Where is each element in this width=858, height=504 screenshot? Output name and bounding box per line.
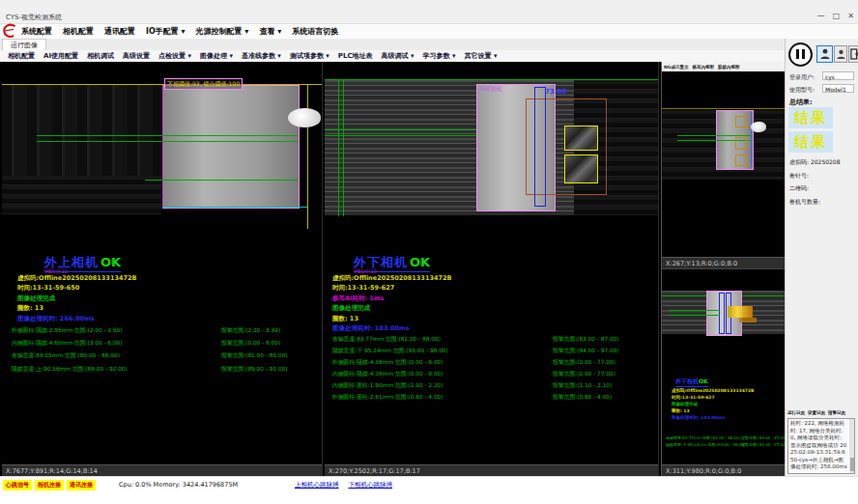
model-label: 使用型号: <box>789 86 815 95</box>
status-badge: 通讯连接 <box>67 480 96 490</box>
log-tab[interactable]: 设置日志 <box>808 410 825 415</box>
ng-view-panel: NG成因显示极耳内视图胶标内视图 X:267;Y:13;R:0;G:0;B:0 <box>662 62 786 269</box>
width-measure-box <box>534 87 546 207</box>
login-user-label: 登录用户: <box>789 73 815 82</box>
total-result-label: 总结果: <box>789 98 813 107</box>
menu: 系统配置相机配置通讯配置IO手配置 ▾光源控制配置 ▾查看 ▾系统语言切换 <box>21 26 338 37</box>
measurement-row: 卷轴宽度:83.05mm 范围:(80.00 - 86.00) 报警范围:(81… <box>12 351 330 364</box>
left-result-ok: OK <box>100 255 121 269</box>
qr-label: 二维码: <box>789 184 809 193</box>
left-camera-image[interactable]: 下相阈值:93, 锁合阈值:100 <box>2 62 322 245</box>
operator-button[interactable] <box>834 45 847 63</box>
heartbeat-link[interactable]: 下相机心跳脉搏 <box>349 481 393 490</box>
window-title: CYS-视觉检测系统 <box>6 13 62 22</box>
pause-button[interactable] <box>788 42 813 67</box>
minimize-icon[interactable]: — <box>817 12 825 21</box>
tab-detect-box <box>564 154 598 183</box>
toolbar-item[interactable]: PLC地址表 <box>338 51 373 61</box>
cpu-memory-text: Cpu: 0.0% Memory: 3424.41796875M <box>119 481 238 489</box>
toolbar-item[interactable]: 高级调试 ▾ <box>382 51 415 61</box>
status-badge: 相机连接 <box>35 480 64 490</box>
result-line: 图像处理完成 <box>332 303 451 313</box>
toolbar-item[interactable]: 相机配置 <box>8 51 35 61</box>
toolbar-item[interactable]: AI使用配置 <box>43 51 78 61</box>
menu-item[interactable]: 系统配置 <box>21 26 52 37</box>
menu-item[interactable]: 通讯配置 <box>104 26 135 37</box>
vcode-value: 20250208 <box>811 158 841 165</box>
log-tab[interactable]: 报警日志 <box>828 410 845 415</box>
exit-icon <box>850 48 858 60</box>
middle-measurements: 卷轴宽度:83.77mm 范围:(82.00 - 88.00) 报警范围:(83… <box>332 335 651 405</box>
ng-view-tab[interactable]: 胶标内视图 <box>718 65 740 70</box>
log-tabs: 运行日志设置日志报警日志 <box>787 410 845 415</box>
exit-button[interactable] <box>848 45 858 63</box>
result-line: 图像处理耗时: 266.00ms <box>17 314 136 323</box>
mini-result-line: 图像处理完成 <box>672 401 754 407</box>
width-value-label: 73.80 <box>545 88 566 96</box>
login-user-button[interactable] <box>816 45 833 63</box>
result-line: 虚拟码:Offline2025020813313472B <box>17 273 136 283</box>
result-line: 时间:13-31-59-627 <box>332 283 451 293</box>
mini-result-line: 时间:13-31-59-627 <box>672 394 754 401</box>
model-field[interactable]: Model1 <box>822 84 854 93</box>
ng-cursor-status: X:267;Y:13;R:0;G:0;B:0 <box>662 257 786 268</box>
toolbar-item[interactable]: 点检设置 ▾ <box>158 51 191 61</box>
toolbar-item[interactable]: 学习参数 ▾ <box>423 51 456 61</box>
measurement-row: 内侧圆柱-圆柱:1.90mm 范围:(1.00 - 2.20) 报警范围:(1.… <box>332 381 651 393</box>
tab-detect-box <box>564 126 598 151</box>
pause-icon <box>796 49 805 59</box>
toolbar-item[interactable]: 高级设置 <box>123 51 150 61</box>
user-icon <box>837 49 845 60</box>
toolbar-item[interactable]: 基准线参数 ▾ <box>242 51 281 61</box>
mini-cursor-status: X:311;Y:980;R:0;G:0;B:0 <box>662 464 786 476</box>
mini-result-title: 外下相机OK <box>675 378 708 387</box>
maximize-icon[interactable]: □ <box>833 12 841 21</box>
measurement-row: 隔膜宽度-下:95.24mm 范围:(93.00 - 98.00) 报警范围:(… <box>332 347 651 358</box>
app-window: CYS-视觉检测系统 — □ ✕ 系统配置相机配置通讯配置IO手配置 ▾光源控制… <box>0 0 858 504</box>
mini-measurements: 卷轴宽度:83.77mm 范围:(82.00 - 88.00)报警范围:(83.… <box>666 435 786 448</box>
mini-highlight-mark <box>728 306 753 318</box>
ng-camera-image[interactable] <box>662 71 786 257</box>
menu-item[interactable]: IO手配置 ▾ <box>146 26 186 37</box>
toolbar-item[interactable]: 相机调试 <box>87 51 114 61</box>
gripper-blob <box>751 122 766 132</box>
mini-result-line: 圈数: 13 <box>672 407 754 414</box>
log-tab[interactable]: 运行日志 <box>787 410 805 415</box>
log-text: 耗时: 222, 网络检测耗时: 17, 网络分类耗时: 0, 网络读取分类耗时… <box>788 419 854 472</box>
mini-camera-panel: 外下相机OK 虚拟码:Offline2025020813313472B时间:13… <box>662 269 786 476</box>
menu-item[interactable]: 查看 ▾ <box>259 26 281 37</box>
result-line: 图像处理耗时: 183.00ms <box>332 323 451 333</box>
close-icon[interactable]: ✕ <box>847 12 854 21</box>
mini-camera-image[interactable]: 外下相机OK 虚拟码:Offline2025020813313472B时间:13… <box>662 269 786 464</box>
left-cursor-status: X:7677;Y:891;R:14;G:14;B:14 <box>2 464 322 476</box>
threshold-label: 下相阈值:93, 锁合阈值:100 <box>164 78 243 90</box>
measurement-row: 隔膜宽度-上:90.56mm 范围:(88.00 - 92.00) 报警范围:(… <box>12 365 330 378</box>
window-controls: — □ ✕ <box>817 12 854 21</box>
control-panel: 登录用户: cys 使用型号: Model1 总结果: 结果 结果 虚拟码: 2… <box>785 39 858 492</box>
app-logo-icon <box>2 22 17 40</box>
middle-camera-image[interactable]: AI检测框 73.80 <box>325 62 658 245</box>
status-bar: 心跳信号相机连接通讯连接 Cpu: 0.0% Memory: 3424.4179… <box>0 476 858 504</box>
menu-item[interactable]: 相机配置 <box>63 26 94 37</box>
log-scrollbar[interactable] <box>849 419 854 473</box>
menu-item[interactable]: 光源控制配置 ▾ <box>196 26 249 37</box>
ng-mark-box <box>735 154 748 166</box>
toolbar-item[interactable]: 测试项参数 ▾ <box>290 51 329 61</box>
ng-mark-box <box>735 137 748 150</box>
log-scroll-thumb[interactable] <box>850 458 854 471</box>
heartbeat-link[interactable]: 上相机心跳脉搏 <box>295 481 339 490</box>
result-line: 图像处理完成 <box>17 294 136 303</box>
cell-roll <box>162 85 300 209</box>
measurement-row: 内侧圆柱-隔膜:4.38mm 范围:(0.00 - 9.00) 报警范围:(2.… <box>332 370 651 381</box>
log-box[interactable]: 耗时: 222, 网络检测耗时: 17, 网络分类耗时: 0, 网络读取分类耗时… <box>787 418 855 474</box>
toolbar-item[interactable]: 其它设置 ▾ <box>464 51 497 61</box>
ng-view-tab[interactable]: 极耳内视图 <box>692 65 714 70</box>
menu-item[interactable]: 系统语言切换 <box>292 26 338 37</box>
login-user-field[interactable]: cys <box>822 71 854 80</box>
measurement-row: 内侧圆柱-隔膜:4.60mm 范围:(3.00 - 6.00) 报警范围:(0.… <box>12 339 330 351</box>
ng-view-tab[interactable]: NG成因显示 <box>664 65 688 70</box>
middle-camera-panel: AI检测框 73.80 外下相机OK MES:0:10 虚拟码:Offline2… <box>325 62 659 476</box>
toolbar-item[interactable]: 图像处理 ▾ <box>200 51 233 61</box>
result-line: 时间:13-31-59-650 <box>17 283 136 293</box>
status-badge: 心跳信号 <box>3 480 32 490</box>
